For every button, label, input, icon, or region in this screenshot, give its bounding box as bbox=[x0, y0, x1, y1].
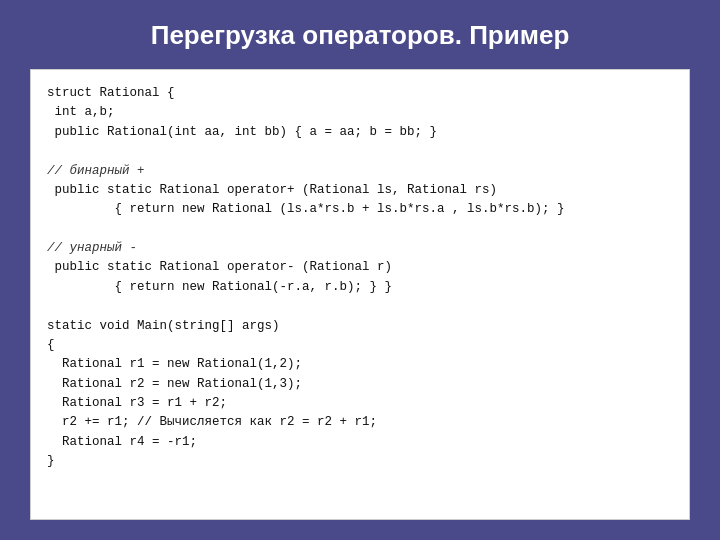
code-content: struct Rational { int a,b; public Ration… bbox=[47, 84, 673, 472]
slide-title: Перегрузка операторов. Пример bbox=[30, 20, 690, 51]
slide-container: Перегрузка операторов. Пример struct Rat… bbox=[0, 0, 720, 540]
code-box: struct Rational { int a,b; public Ration… bbox=[30, 69, 690, 520]
